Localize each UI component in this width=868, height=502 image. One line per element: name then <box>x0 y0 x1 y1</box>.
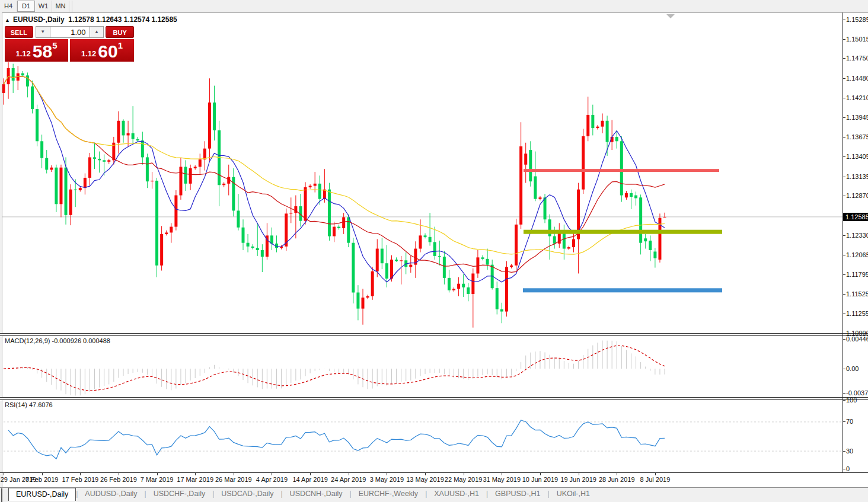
chart-tab-eurchf[interactable]: EURCHF-,Weekly <box>352 488 425 501</box>
price-axis-tick <box>843 255 845 255</box>
main-price-pane <box>0 62 843 328</box>
rsi-axis-tick <box>843 469 845 469</box>
candle-body <box>496 288 499 309</box>
price-axis-tick <box>843 177 845 177</box>
candle-body <box>366 296 369 298</box>
volume-increase-button[interactable]: ▲ <box>90 26 104 38</box>
candle-body <box>524 154 527 164</box>
rsi-axis-tick <box>843 421 845 422</box>
candle-body <box>127 133 130 136</box>
rsi-axis-label: 70 <box>846 418 867 426</box>
candle-body <box>55 168 58 204</box>
tab-scroller[interactable] <box>1 488 6 502</box>
candle-body <box>36 109 39 141</box>
chart-tab-usdcnh[interactable]: USDCNH-,Daily <box>283 488 350 501</box>
date-axis-tick <box>80 473 81 475</box>
chart-tab-ukoil[interactable]: UKOil-,H1 <box>550 488 597 501</box>
sell-price-big: 58 <box>33 43 52 60</box>
candle-body <box>429 237 432 242</box>
candle-body <box>222 184 225 185</box>
date-axis-tick <box>617 473 617 475</box>
candle-body <box>79 188 82 190</box>
buy-price-display[interactable]: 1.12 60 1 <box>70 39 134 62</box>
price-axis-label: 1.15015 <box>846 36 867 43</box>
candle-body <box>270 235 273 244</box>
candle-body <box>424 235 427 236</box>
candle-body <box>208 103 211 149</box>
candle-body <box>400 260 403 261</box>
macd-rsi-separator[interactable] <box>0 397 868 400</box>
price-axis-label: 1.13945 <box>846 114 867 121</box>
one-click-trading-panel: SELL ▼ ▲ BUY 1.12 58 5 1.12 60 1 <box>5 26 134 62</box>
candle-body <box>538 197 541 199</box>
rsi-axis-label: 100 <box>846 397 867 404</box>
buy-button[interactable]: BUY <box>106 26 134 38</box>
date-axis-tick <box>387 473 387 475</box>
mt4-window: H4D1W1MN ▲EURUSD-,Daily 1.12578 1.12643 … <box>0 0 868 502</box>
candle-body <box>251 247 254 248</box>
candle-body <box>653 251 656 258</box>
candle-body <box>50 168 53 170</box>
price-axis-label: 1.14480 <box>846 75 867 82</box>
sell-price-display[interactable]: 1.12 58 5 <box>5 39 68 62</box>
candle-body <box>486 259 489 265</box>
candle-body <box>663 217 666 218</box>
candle-body <box>160 234 163 266</box>
candle-body <box>261 250 264 257</box>
collapse-panel-icon[interactable]: ▲ <box>5 17 10 23</box>
candle-body <box>352 243 355 293</box>
buy-price-big: 60 <box>98 43 117 60</box>
date-axis-tick <box>119 473 119 475</box>
sell-button[interactable]: SELL <box>5 26 33 38</box>
chart-tab-usdcad[interactable]: USDCAD-,Daily <box>214 488 280 501</box>
candle-body <box>500 309 503 312</box>
chart-tab-eurusd[interactable]: EURUSD-,Daily <box>8 488 76 501</box>
candle-body <box>586 115 589 136</box>
date-axis-tick <box>42 473 43 475</box>
candle-body <box>347 218 350 243</box>
candle-body <box>45 158 48 170</box>
main-macd-separator[interactable] <box>0 333 868 336</box>
candle-body <box>481 257 484 258</box>
chart-tab-audusd[interactable]: AUDUSD-,Daily <box>78 488 144 501</box>
candle-body <box>328 190 331 236</box>
sma-8-line <box>4 76 665 283</box>
rsi-axis-tick <box>843 451 845 452</box>
candle-body <box>601 121 604 127</box>
date-axis-tick <box>195 473 196 475</box>
volume-decrease-button[interactable]: ▼ <box>36 26 50 38</box>
buy-price-pip: 1 <box>118 40 123 50</box>
candle-body <box>117 121 120 143</box>
sell-price-prefix: 1.12 <box>15 49 30 58</box>
candle-body <box>141 140 144 157</box>
chart-tab-xauusd[interactable]: XAUUSD-,H1 <box>427 488 486 501</box>
candle-body <box>356 293 359 309</box>
candle-body <box>634 196 637 199</box>
macd-axis-label: 0.004465 <box>846 335 868 343</box>
candle-body <box>596 127 599 128</box>
price-axis-tick <box>843 20 845 20</box>
candle-body <box>337 227 340 228</box>
candle-body <box>132 133 135 139</box>
chart-tab-gbpusd[interactable]: GBPUSD-,H1 <box>488 488 547 501</box>
candle-body <box>203 149 206 159</box>
candle-body <box>390 260 393 279</box>
candle-body <box>467 287 470 294</box>
chart-title: ▲EURUSD-,Daily 1.12578 1.12643 1.12574 1… <box>5 15 177 24</box>
candle-body <box>237 210 240 227</box>
candle-body <box>462 284 465 287</box>
candle-body <box>151 181 154 181</box>
macd-axis-tick <box>843 339 845 340</box>
price-axis-label: 1.11255 <box>846 310 867 318</box>
chart-ohlc-values: 1.12578 1.12643 1.12574 1.12585 <box>68 15 177 24</box>
candle-body <box>342 218 345 228</box>
chart-canvas[interactable] <box>0 0 868 502</box>
candle-body <box>448 278 451 290</box>
chart-tab-usdchf[interactable]: USDCHF-,Daily <box>146 488 213 501</box>
rsi-bottom-border <box>0 472 868 473</box>
volume-input[interactable] <box>50 26 90 38</box>
macd-indicator-label: MACD(12,26,9) -0.000926 0.000488 <box>5 337 110 344</box>
chart-shift-marker-icon[interactable] <box>666 14 675 18</box>
price-axis-label: 1.12870 <box>846 192 867 200</box>
price-axis-tick <box>843 156 845 157</box>
